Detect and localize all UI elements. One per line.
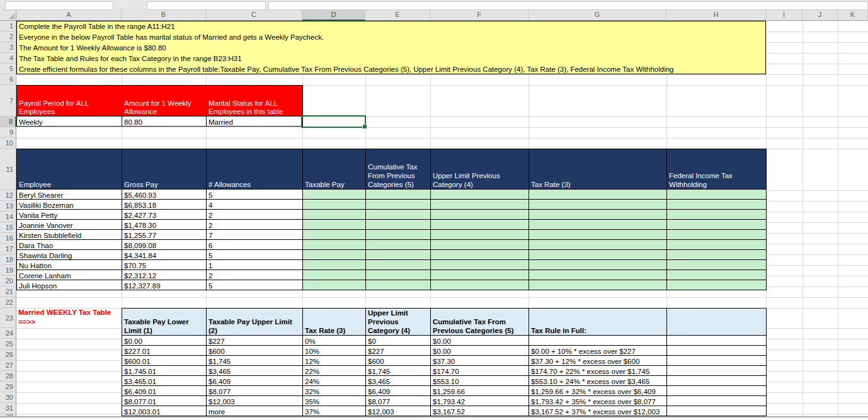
tax-cell-rate[interactable]: 35% — [303, 396, 366, 406]
row-header-14[interactable]: 14 — [0, 212, 16, 222]
tax-cell-empty[interactable] — [667, 376, 767, 386]
payroll-cell-input[interactable] — [303, 270, 366, 280]
tax-cell-empty[interactable] — [667, 406, 767, 416]
payroll-cell-input[interactable] — [529, 280, 667, 290]
column-header-I[interactable]: I — [766, 8, 802, 21]
setup-header-allowance[interactable]: Amount for 1 Weekly Allowance — [122, 86, 207, 116]
tax-cell-lower[interactable]: $227.01 — [122, 346, 207, 356]
payroll-cell-allowances[interactable]: 5 — [207, 280, 303, 290]
payroll-cell-input[interactable] — [529, 250, 667, 260]
tax-cell-cumulative[interactable]: $3,167.52 — [431, 406, 529, 416]
row-header-23[interactable]: 23 — [0, 308, 16, 328]
payroll-header-cumulative-tax[interactable]: Cumulative Tax From Previous Categories … — [366, 149, 431, 190]
payroll-cell-gross[interactable]: $70.75 — [122, 260, 207, 270]
tax-cell-rule[interactable]: $37.30 + 12% * excess over $600 — [529, 356, 667, 366]
payroll-cell-allowances[interactable]: 2 — [207, 210, 303, 220]
row-header-18[interactable]: 18 — [0, 254, 16, 265]
tax-header-upper-prev[interactable]: Upper Limit Previous Category (4) — [366, 309, 431, 336]
payroll-cell-input[interactable] — [303, 210, 366, 220]
row-header-2[interactable]: 2 — [0, 31, 16, 42]
payroll-cell-gross[interactable]: $4,341.84 — [122, 250, 207, 260]
tax-header-cumulative[interactable]: Cumulative Tax From Previous Categories … — [431, 309, 529, 336]
instruction-cell[interactable]: Complete the Payroll Table in the range … — [17, 21, 765, 32]
payroll-cell-input[interactable] — [303, 220, 366, 230]
payroll-cell-gross[interactable]: $2,312.12 — [122, 270, 207, 280]
payroll-cell-allowances[interactable]: 4 — [207, 200, 303, 210]
tax-cell-rate[interactable]: 10% — [303, 346, 366, 356]
formula-bar-controls[interactable] — [147, 1, 266, 10]
row-header-6[interactable]: 6 — [0, 74, 16, 85]
row-header-8[interactable]: 8 — [0, 116, 16, 127]
payroll-cell-input[interactable] — [366, 250, 431, 260]
column-header-B[interactable]: B — [122, 8, 206, 21]
payroll-header-tax-rate[interactable]: Tax Rate (3) — [529, 149, 667, 190]
cell-period[interactable]: Weekly — [17, 116, 122, 127]
row-header-26[interactable]: 26 — [0, 349, 16, 360]
payroll-header-upper-limit[interactable]: Upper Limit Previous Category (4) — [431, 149, 529, 190]
row-header-22[interactable]: 22 — [0, 297, 16, 308]
tax-cell-rate[interactable]: 37% — [303, 406, 366, 416]
tax-cell-lower[interactable]: $12,003.01 — [122, 406, 207, 416]
tax-cell-rate[interactable]: 32% — [303, 386, 366, 396]
payroll-cell-allowances[interactable]: 2 — [207, 270, 303, 280]
tax-cell-rule[interactable] — [529, 336, 667, 346]
tax-cell-lower[interactable]: $6,409.01 — [122, 386, 207, 396]
payroll-cell-employee[interactable]: Kirsten Stubblefield — [17, 230, 122, 240]
setup-header-status[interactable]: Marital Status for ALL Employees in this… — [207, 86, 303, 116]
row-header-31[interactable]: 31 — [0, 403, 16, 414]
column-header-A[interactable]: A — [16, 8, 122, 21]
payroll-cell-input[interactable] — [529, 200, 667, 210]
payroll-cell-input[interactable] — [431, 260, 529, 270]
column-header-F[interactable]: F — [430, 8, 528, 21]
payroll-cell-employee[interactable]: Juli Hopson — [17, 280, 122, 290]
payroll-cell-input[interactable] — [431, 220, 529, 230]
column-header-D[interactable]: D — [302, 8, 365, 21]
cell-status[interactable]: Married — [207, 116, 303, 127]
column-header-K[interactable]: K — [838, 8, 868, 21]
payroll-cell-employee[interactable]: Corene Lanham — [17, 270, 122, 280]
row-header-15[interactable]: 15 — [0, 222, 16, 233]
column-header-G[interactable]: G — [528, 8, 666, 21]
payroll-cell-input[interactable] — [529, 190, 667, 200]
payroll-cell-input[interactable] — [667, 270, 767, 280]
payroll-cell-input[interactable] — [366, 280, 431, 290]
row-header-5[interactable]: 5 — [0, 64, 16, 74]
cell-allowance[interactable]: 80.80 — [122, 116, 207, 127]
row-header-1[interactable]: 1 — [0, 21, 16, 31]
tax-cell-cumulative[interactable]: $174.70 — [431, 366, 529, 376]
row-header-4[interactable]: 4 — [0, 53, 16, 64]
payroll-cell-input[interactable] — [431, 270, 529, 280]
tax-table-label[interactable]: Married WEEKLY Tax Table ==>> — [16, 308, 122, 328]
payroll-cell-input[interactable] — [303, 200, 366, 210]
row-header-12[interactable]: 12 — [0, 190, 16, 201]
tax-cell-rule[interactable]: $0.00 + 10% * excess over $227 — [529, 346, 667, 356]
row-header-10[interactable]: 10 — [0, 138, 16, 149]
tax-cell-empty[interactable] — [667, 386, 767, 396]
tax-cell-rule[interactable]: $3,167.52 + 37% * excess over $12,003 — [529, 406, 667, 416]
payroll-cell-input[interactable] — [366, 240, 431, 250]
tax-cell-empty[interactable] — [667, 336, 767, 346]
payroll-cell-allowances[interactable]: 6 — [207, 240, 303, 250]
tax-cell-rate[interactable]: 0% — [303, 336, 366, 346]
instruction-cell[interactable]: The Amount for 1 Weekly Allowance is $80… — [17, 43, 765, 54]
payroll-cell-gross[interactable]: $1,478.30 — [122, 220, 207, 230]
payroll-cell-input[interactable] — [667, 250, 767, 260]
payroll-cell-employee[interactable]: Shawnta Darling — [17, 250, 122, 260]
row-header-27[interactable]: 27 — [0, 360, 16, 371]
row-header-11[interactable]: 11 — [0, 149, 16, 190]
payroll-cell-input[interactable] — [366, 200, 431, 210]
payroll-cell-input[interactable] — [366, 260, 431, 270]
tax-cell-lower[interactable]: $600.01 — [122, 356, 207, 366]
row-header-3[interactable]: 3 — [0, 42, 16, 53]
tax-cell-upper-prev[interactable]: $600 — [366, 356, 431, 366]
column-header-J[interactable]: J — [802, 8, 838, 21]
tax-cell-upper[interactable]: $1,745 — [207, 356, 303, 366]
row-header-16[interactable]: 16 — [0, 233, 16, 244]
payroll-cell-input[interactable] — [431, 240, 529, 250]
instruction-cell[interactable]: Create efficient formulas for these colu… — [17, 64, 765, 75]
tax-cell-lower[interactable]: $3,465.01 — [122, 376, 207, 386]
payroll-cell-input[interactable] — [366, 190, 431, 200]
column-header-H[interactable]: H — [666, 8, 766, 21]
payroll-cell-gross[interactable]: $1,255.77 — [122, 230, 207, 240]
tax-cell-upper[interactable]: more — [207, 406, 303, 416]
